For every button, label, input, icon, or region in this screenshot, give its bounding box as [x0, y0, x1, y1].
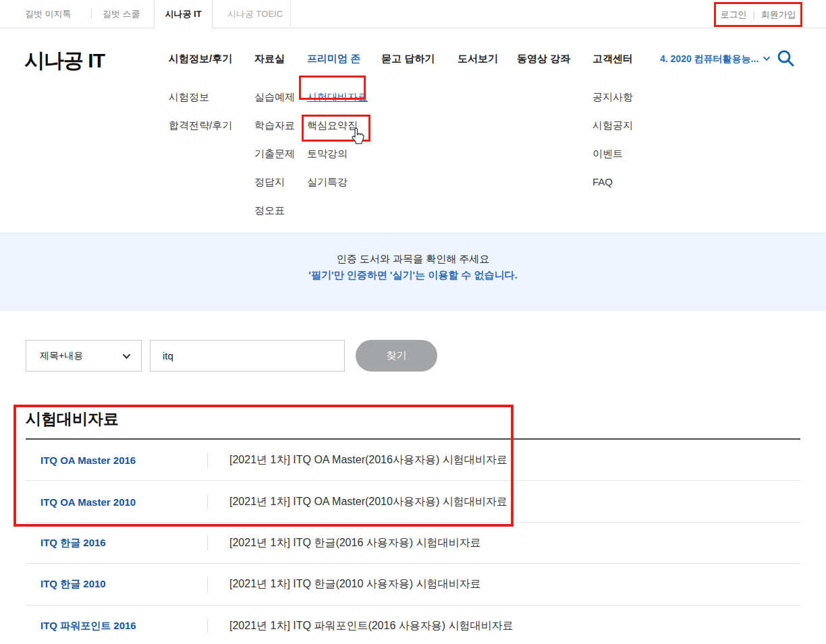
column-divider — [207, 577, 208, 591]
topbar-tab-gilbut-ezitok[interactable]: 길벗 이지톡 — [25, 0, 72, 28]
cursor-hand-pointer-icon — [350, 127, 364, 148]
menu-short-lectures[interactable]: 토막강의 — [307, 148, 348, 160]
menu-events[interactable]: 이벤트 — [593, 148, 623, 160]
result-title[interactable]: [2021년 1차] ITQ OA Master(2016사용자용) 시험대비자… — [229, 453, 507, 467]
search-input[interactable] — [150, 340, 345, 372]
nav-books[interactable]: 도서보기 — [458, 53, 498, 65]
annotation-box-login: 로그인 | 회원가입 — [714, 2, 802, 27]
chevron-down-icon — [763, 56, 771, 61]
menu-past-questions[interactable]: 기출문제 — [254, 148, 295, 160]
menu-pass-strategy[interactable]: 합격전략/후기 — [169, 119, 232, 132]
menu-exam-info[interactable]: 시험정보 — [169, 91, 209, 104]
list-item: ITQ 파워포인트 2016 [2021년 1차] ITQ 파워포인트(2016… — [26, 606, 800, 644]
board-title: 시험대비자료 — [26, 409, 119, 430]
page: 길벗 이지톡 길벗 스쿨 시나공 IT 시나공 TOEIC 로그인 | 회원가입… — [0, 0, 826, 644]
result-list: ITQ OA Master 2016 [2021년 1차] ITQ OA Mas… — [26, 440, 800, 644]
banner-line2: '필기'만 인증하면 '실기'는 이용할 수 없습니다. — [0, 269, 826, 282]
list-item: ITQ OA Master 2010 [2021년 1차] ITQ OA Mas… — [26, 481, 800, 522]
login-signup-divider: | — [752, 10, 754, 20]
search-category-select[interactable]: 제목+내용 — [26, 340, 142, 372]
menu-practice-examples[interactable]: 실습예제 — [254, 91, 295, 104]
result-title[interactable]: [2021년 1차] ITQ 파워포인트(2016 사용자용) 시험대비자료 — [229, 619, 514, 633]
menu-study-materials[interactable]: 학습자료 — [254, 119, 295, 132]
nav-exam-info[interactable]: 시험정보/후기 — [169, 53, 232, 65]
header: 시나공 IT 시험정보/후기 자료실 프리미엄 존 묻고 답하기 도서보기 동영… — [0, 28, 826, 233]
result-link[interactable]: ITQ OA Master 2016 — [40, 455, 136, 466]
column-divider — [207, 494, 208, 509]
menu-faq[interactable]: FAQ — [593, 176, 613, 187]
column-divider — [207, 535, 208, 550]
search-category-value: 제목+내용 — [40, 350, 83, 361]
certification-banner: 인증 도서와 과목을 확인해 주세요 '필기'만 인증하면 '실기'는 이용할 … — [0, 233, 826, 311]
result-title[interactable]: [2021년 1차] ITQ 한글(2016 사용자용) 시험대비자료 — [229, 535, 481, 550]
banner-line1: 인증 도서와 과목을 확인해 주세요 — [0, 253, 826, 266]
column-divider — [207, 452, 208, 467]
nav-video-lectures[interactable]: 동영상 강좌 — [517, 53, 570, 65]
list-item: ITQ 한글 2010 [2021년 1차] ITQ 한글(2010 사용자용)… — [26, 564, 800, 605]
topbar-tab-gilbut-school[interactable]: 길벗 스쿨 — [103, 0, 140, 28]
list-item: ITQ OA Master 2016 [2021년 1차] ITQ OA Mas… — [26, 440, 800, 481]
nav-archive[interactable]: 자료실 — [254, 53, 285, 65]
book-select-dropdown[interactable]: 4. 2020 컴퓨터활용능... — [660, 53, 771, 65]
logo[interactable]: 시나공 IT — [24, 47, 105, 75]
chevron-down-icon — [122, 353, 131, 359]
top-utility-bar: 길벗 이지톡 길벗 스쿨 시나공 IT 시나공 TOEIC 로그인 | 회원가입 — [0, 0, 826, 28]
result-link[interactable]: ITQ 한글 2010 — [40, 578, 106, 591]
book-select-label: 4. 2020 컴퓨터활용능... — [660, 53, 759, 64]
search-submit-button[interactable]: 찾기 — [356, 340, 437, 372]
result-link[interactable]: ITQ 한글 2016 — [40, 536, 106, 549]
nav-premium-zone[interactable]: 프리미엄 존 — [307, 53, 360, 65]
login-link[interactable]: 로그인 — [720, 9, 746, 21]
menu-exam-prep-materials[interactable]: 시험대비자료 — [307, 91, 368, 104]
topbar-tab-border — [290, 0, 291, 28]
column-divider — [207, 618, 208, 633]
topbar-tab-sinagong-it[interactable]: 시나공 IT — [154, 0, 213, 29]
menu-errata[interactable]: 정오표 — [254, 204, 285, 217]
result-title[interactable]: [2021년 1차] ITQ OA Master(2010사용자용) 시험대비자… — [229, 494, 507, 508]
result-link[interactable]: ITQ OA Master 2010 — [40, 496, 136, 507]
menu-exam-notices[interactable]: 시험공지 — [593, 119, 633, 132]
menu-notices[interactable]: 공지사항 — [593, 91, 633, 104]
search-icon[interactable] — [776, 49, 795, 70]
nav-customer-center[interactable]: 고객센터 — [593, 53, 633, 65]
nav-qna[interactable]: 묻고 답하기 — [381, 53, 435, 65]
signup-link[interactable]: 회원가입 — [761, 9, 796, 21]
list-item: ITQ 한글 2016 [2021년 1차] ITQ 한글(2016 사용자용)… — [26, 523, 800, 564]
result-link[interactable]: ITQ 파워포인트 2016 — [40, 620, 136, 633]
topbar-divider — [91, 9, 92, 19]
menu-practical-special[interactable]: 실기특강 — [307, 176, 348, 189]
topbar-tab-sinagong-toeic[interactable]: 시나공 TOEIC — [227, 0, 283, 28]
menu-answer-sheets[interactable]: 정답지 — [254, 176, 285, 189]
result-title[interactable]: [2021년 1차] ITQ 한글(2010 사용자용) 시험대비자료 — [229, 577, 481, 591]
